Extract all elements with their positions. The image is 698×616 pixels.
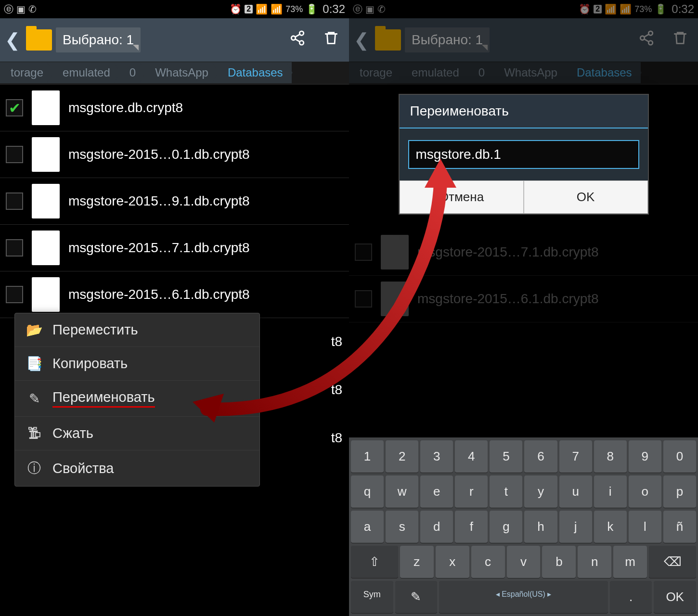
- breadcrumb: torage emulated 0 WhatsApp Databases: [0, 62, 349, 85]
- key-8[interactable]: 8: [594, 440, 627, 473]
- checkbox[interactable]: ✔: [6, 99, 23, 116]
- key-e[interactable]: e: [420, 475, 453, 508]
- selection-chip[interactable]: Выбрано: 1: [56, 27, 141, 52]
- key-1[interactable]: 1: [351, 440, 384, 473]
- key-5[interactable]: 5: [490, 440, 522, 473]
- dialog-title: Переименовать: [400, 95, 648, 128]
- copy-icon: 📑: [26, 356, 43, 372]
- crumb-databases[interactable]: Databases: [217, 62, 292, 83]
- key-j[interactable]: j: [559, 511, 592, 543]
- alarm-icon: ⏰: [230, 3, 242, 15]
- key-c[interactable]: c: [471, 546, 505, 578]
- battery-icon: 🔋: [306, 3, 318, 15]
- crumb-whatsapp[interactable]: WhatsApp: [144, 62, 217, 83]
- folder-icon: [26, 29, 52, 51]
- file-icon: [32, 231, 60, 265]
- key-enye[interactable]: ñ: [663, 511, 696, 543]
- cancel-button[interactable]: Отмена: [400, 180, 524, 214]
- key-0[interactable]: 0: [663, 440, 696, 473]
- key-7[interactable]: 7: [559, 440, 592, 473]
- file-row[interactable]: msgstore-2015…6.1.db.crypt8: [0, 271, 349, 318]
- key-w[interactable]: w: [386, 475, 418, 508]
- zip-icon: 🗜: [26, 425, 43, 441]
- delete-button[interactable]: [316, 25, 346, 55]
- key-f[interactable]: f: [455, 511, 488, 543]
- menu-compress[interactable]: 🗜 Сжать: [15, 417, 259, 450]
- key-z[interactable]: z: [400, 546, 434, 578]
- crumb-emulated[interactable]: emulated: [52, 62, 119, 83]
- key-b[interactable]: b: [542, 546, 576, 578]
- key-l[interactable]: l: [629, 511, 661, 543]
- key-2[interactable]: 2: [386, 440, 418, 473]
- menu-move[interactable]: 📂 Переместить: [15, 313, 259, 347]
- bg-text: t8: [331, 382, 342, 398]
- context-menu: 📂 Переместить 📑 Копировать ✎ Переименова…: [14, 313, 260, 487]
- key-enter[interactable]: OK: [654, 581, 696, 613]
- file-icon: [32, 184, 60, 218]
- menu-properties[interactable]: ⓘ Свойства: [15, 450, 259, 486]
- svg-point-0: [299, 31, 304, 36]
- key-p[interactable]: p: [663, 475, 696, 508]
- key-6[interactable]: 6: [524, 440, 557, 473]
- checkbox[interactable]: [6, 146, 23, 163]
- file-icon: [32, 90, 60, 125]
- action-bar: ❮ Выбрано: 1: [0, 18, 349, 62]
- file-row[interactable]: msgstore-2015…7.1.db.crypt8: [0, 225, 349, 271]
- back-button[interactable]: ❮: [3, 26, 22, 54]
- key-h[interactable]: h: [524, 511, 557, 543]
- key-handwriting[interactable]: ✎: [395, 581, 438, 613]
- file-row[interactable]: ✔ msgstore.db.crypt8: [0, 85, 349, 131]
- menu-rename[interactable]: ✎ Переименовать: [15, 381, 259, 417]
- key-m[interactable]: m: [613, 546, 647, 578]
- key-4[interactable]: 4: [455, 440, 488, 473]
- clock-text: 0:32: [323, 2, 345, 16]
- rename-input[interactable]: [408, 140, 639, 169]
- svg-point-2: [299, 41, 304, 45]
- file-label: msgstore-2015…9.1.db.crypt8: [68, 193, 250, 209]
- key-g[interactable]: g: [490, 511, 522, 543]
- file-row[interactable]: msgstore-2015…0.1.db.crypt8: [0, 131, 349, 178]
- checkbox[interactable]: [6, 192, 23, 210]
- crumb-storage[interactable]: torage: [0, 62, 52, 83]
- file-icon: [32, 137, 60, 172]
- key-space[interactable]: ◂ Español(US) ▸: [439, 581, 608, 613]
- share-button[interactable]: [283, 25, 312, 55]
- signal-icon: 📶: [256, 3, 268, 15]
- file-label: msgstore-2015…7.1.db.crypt8: [68, 240, 250, 256]
- key-a[interactable]: a: [351, 511, 384, 543]
- ok-button[interactable]: OK: [524, 180, 648, 214]
- key-t[interactable]: t: [490, 475, 522, 508]
- file-row[interactable]: msgstore-2015…9.1.db.crypt8: [0, 178, 349, 225]
- key-r[interactable]: r: [455, 475, 488, 508]
- info-icon: ⓘ: [26, 459, 43, 477]
- key-k[interactable]: k: [594, 511, 627, 543]
- key-q[interactable]: q: [351, 475, 384, 508]
- key-3[interactable]: 3: [420, 440, 453, 473]
- screen-left: ⓔ ▣ ✆ ⏰ 2 📶 📶 73% 🔋 0:32 ❮ Выбрано: 1 to…: [0, 0, 349, 616]
- bg-text: t8: [331, 334, 342, 349]
- move-icon: 📂: [26, 322, 43, 338]
- checkbox[interactable]: [6, 239, 23, 257]
- menu-copy[interactable]: 📑 Копировать: [15, 347, 259, 381]
- key-d[interactable]: d: [420, 511, 453, 543]
- key-sym[interactable]: Sym: [351, 581, 393, 613]
- key-i[interactable]: i: [594, 475, 627, 508]
- key-u[interactable]: u: [559, 475, 592, 508]
- key-n[interactable]: n: [578, 546, 611, 578]
- key-s[interactable]: s: [386, 511, 418, 543]
- key-v[interactable]: v: [507, 546, 541, 578]
- svg-line-3: [295, 34, 300, 37]
- key-o[interactable]: o: [629, 475, 661, 508]
- checkbox[interactable]: [6, 286, 23, 303]
- status-bar: ⓔ ▣ ✆ ⏰ 2 📶 📶 73% 🔋 0:32: [0, 0, 349, 18]
- key-backspace[interactable]: ⌫: [649, 546, 696, 578]
- crumb-0[interactable]: 0: [119, 62, 144, 83]
- gallery-icon: ▣: [16, 3, 26, 15]
- key-9[interactable]: 9: [629, 440, 661, 473]
- key-x[interactable]: x: [436, 546, 469, 578]
- key-period[interactable]: .: [610, 581, 652, 613]
- key-shift[interactable]: ⇧: [351, 546, 398, 578]
- screen-right: ⓔ ▣ ✆ ⏰ 2 📶 📶 73% 🔋 0:32 ❮ Выбрано: 1: [349, 0, 698, 616]
- signal2-icon: 📶: [271, 3, 283, 15]
- key-y[interactable]: y: [524, 475, 557, 508]
